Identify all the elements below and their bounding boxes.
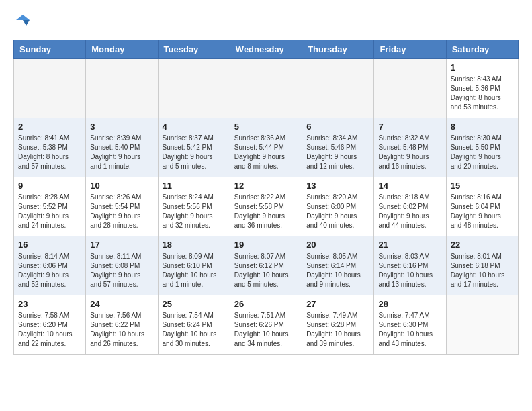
day-number: 17 [90, 240, 153, 250]
day-info: Sunrise: 8:14 AM Sunset: 6:06 PM Dayligh… [18, 252, 81, 289]
day-number: 13 [306, 181, 369, 191]
day-info: Sunrise: 8:36 AM Sunset: 5:44 PM Dayligh… [234, 134, 298, 171]
logo-icon [15, 13, 31, 30]
day-cell-8: 8Sunrise: 8:30 AM Sunset: 5:50 PM Daylig… [446, 118, 518, 177]
day-number: 10 [90, 181, 153, 191]
week-row-5: 23Sunrise: 7:58 AM Sunset: 6:20 PM Dayli… [14, 295, 519, 355]
day-info: Sunrise: 8:34 AM Sunset: 5:46 PM Dayligh… [306, 134, 369, 171]
day-number: 21 [378, 240, 441, 250]
day-cell-11: 11Sunrise: 8:24 AM Sunset: 5:56 PM Dayli… [158, 177, 230, 236]
logo-text [13, 13, 31, 33]
day-number: 6 [306, 122, 369, 132]
logo [13, 13, 31, 33]
day-info: Sunrise: 7:54 AM Sunset: 6:24 PM Dayligh… [163, 311, 226, 349]
day-number: 3 [90, 122, 153, 132]
day-cell-16: 16Sunrise: 8:14 AM Sunset: 6:06 PM Dayli… [14, 236, 86, 295]
day-info: Sunrise: 8:01 AM Sunset: 6:18 PM Dayligh… [451, 252, 514, 289]
day-info: Sunrise: 8:18 AM Sunset: 6:02 PM Dayligh… [378, 193, 441, 230]
empty-cell [14, 59, 86, 118]
day-info: Sunrise: 8:20 AM Sunset: 6:00 PM Dayligh… [306, 193, 369, 230]
day-info: Sunrise: 7:51 AM Sunset: 6:26 PM Dayligh… [234, 311, 298, 349]
day-number: 11 [163, 181, 226, 191]
day-info: Sunrise: 7:49 AM Sunset: 6:28 PM Dayligh… [306, 311, 369, 349]
day-cell-12: 12Sunrise: 8:22 AM Sunset: 5:58 PM Dayli… [230, 177, 302, 236]
day-number: 23 [18, 299, 81, 309]
day-cell-2: 2Sunrise: 8:41 AM Sunset: 5:38 PM Daylig… [14, 118, 86, 177]
day-info: Sunrise: 7:58 AM Sunset: 6:20 PM Dayligh… [18, 311, 81, 349]
day-number: 12 [234, 181, 298, 191]
day-info: Sunrise: 8:26 AM Sunset: 5:54 PM Dayligh… [90, 193, 153, 230]
week-row-1: 1Sunrise: 8:43 AM Sunset: 5:36 PM Daylig… [14, 59, 519, 118]
day-header-wednesday: Wednesday [230, 40, 302, 59]
day-info: Sunrise: 8:39 AM Sunset: 5:40 PM Dayligh… [90, 134, 153, 171]
day-info: Sunrise: 8:32 AM Sunset: 5:48 PM Dayligh… [378, 134, 441, 171]
day-cell-28: 28Sunrise: 7:47 AM Sunset: 6:30 PM Dayli… [374, 295, 446, 355]
day-number: 16 [18, 240, 81, 250]
day-number: 15 [451, 181, 514, 191]
day-cell-13: 13Sunrise: 8:20 AM Sunset: 6:00 PM Dayli… [302, 177, 374, 236]
calendar-table: SundayMondayTuesdayWednesdayThursdayFrid… [13, 40, 519, 355]
day-info: Sunrise: 7:56 AM Sunset: 6:22 PM Dayligh… [90, 311, 153, 349]
day-header-thursday: Thursday [302, 40, 374, 59]
day-number: 25 [163, 299, 226, 309]
day-cell-4: 4Sunrise: 8:37 AM Sunset: 5:42 PM Daylig… [158, 118, 230, 177]
empty-cell [446, 295, 518, 355]
page-header [13, 13, 519, 33]
day-cell-1: 1Sunrise: 8:43 AM Sunset: 5:36 PM Daylig… [446, 59, 518, 118]
day-cell-26: 26Sunrise: 7:51 AM Sunset: 6:26 PM Dayli… [230, 295, 302, 355]
day-info: Sunrise: 7:47 AM Sunset: 6:30 PM Dayligh… [378, 311, 441, 349]
day-info: Sunrise: 8:05 AM Sunset: 6:14 PM Dayligh… [306, 252, 369, 289]
day-cell-10: 10Sunrise: 8:26 AM Sunset: 5:54 PM Dayli… [86, 177, 158, 236]
day-cell-27: 27Sunrise: 7:49 AM Sunset: 6:28 PM Dayli… [302, 295, 374, 355]
day-info: Sunrise: 8:28 AM Sunset: 5:52 PM Dayligh… [18, 193, 81, 230]
day-header-monday: Monday [86, 40, 158, 59]
day-info: Sunrise: 8:43 AM Sunset: 5:36 PM Dayligh… [451, 75, 514, 112]
day-info: Sunrise: 8:11 AM Sunset: 6:08 PM Dayligh… [90, 252, 153, 289]
week-row-3: 9Sunrise: 8:28 AM Sunset: 5:52 PM Daylig… [14, 177, 519, 236]
day-header-friday: Friday [374, 40, 446, 59]
day-number: 24 [90, 299, 153, 309]
day-cell-20: 20Sunrise: 8:05 AM Sunset: 6:14 PM Dayli… [302, 236, 374, 295]
empty-cell [158, 59, 230, 118]
day-cell-3: 3Sunrise: 8:39 AM Sunset: 5:40 PM Daylig… [86, 118, 158, 177]
day-number: 28 [378, 299, 441, 309]
day-number: 19 [234, 240, 298, 250]
day-info: Sunrise: 8:37 AM Sunset: 5:42 PM Dayligh… [163, 134, 226, 171]
day-number: 20 [306, 240, 369, 250]
day-cell-24: 24Sunrise: 7:56 AM Sunset: 6:22 PM Dayli… [86, 295, 158, 355]
day-cell-23: 23Sunrise: 7:58 AM Sunset: 6:20 PM Dayli… [14, 295, 86, 355]
day-info: Sunrise: 8:07 AM Sunset: 6:12 PM Dayligh… [234, 252, 298, 289]
day-cell-22: 22Sunrise: 8:01 AM Sunset: 6:18 PM Dayli… [446, 236, 518, 295]
empty-cell [302, 59, 374, 118]
day-cell-19: 19Sunrise: 8:07 AM Sunset: 6:12 PM Dayli… [230, 236, 302, 295]
day-number: 2 [18, 122, 81, 132]
day-cell-14: 14Sunrise: 8:18 AM Sunset: 6:02 PM Dayli… [374, 177, 446, 236]
day-number: 27 [306, 299, 369, 309]
day-cell-5: 5Sunrise: 8:36 AM Sunset: 5:44 PM Daylig… [230, 118, 302, 177]
day-number: 9 [18, 181, 81, 191]
day-cell-15: 15Sunrise: 8:16 AM Sunset: 6:04 PM Dayli… [446, 177, 518, 236]
day-info: Sunrise: 8:16 AM Sunset: 6:04 PM Dayligh… [451, 193, 514, 230]
day-cell-17: 17Sunrise: 8:11 AM Sunset: 6:08 PM Dayli… [86, 236, 158, 295]
day-cell-21: 21Sunrise: 8:03 AM Sunset: 6:16 PM Dayli… [374, 236, 446, 295]
week-row-4: 16Sunrise: 8:14 AM Sunset: 6:06 PM Dayli… [14, 236, 519, 295]
empty-cell [230, 59, 302, 118]
day-info: Sunrise: 8:09 AM Sunset: 6:10 PM Dayligh… [163, 252, 226, 289]
day-number: 22 [451, 240, 514, 250]
day-info: Sunrise: 8:24 AM Sunset: 5:56 PM Dayligh… [163, 193, 226, 230]
svg-marker-1 [23, 20, 30, 26]
day-info: Sunrise: 8:41 AM Sunset: 5:38 PM Dayligh… [18, 134, 81, 171]
day-cell-9: 9Sunrise: 8:28 AM Sunset: 5:52 PM Daylig… [14, 177, 86, 236]
day-info: Sunrise: 8:30 AM Sunset: 5:50 PM Dayligh… [451, 134, 514, 171]
day-number: 1 [451, 62, 514, 73]
day-info: Sunrise: 8:22 AM Sunset: 5:58 PM Dayligh… [234, 193, 298, 230]
day-number: 7 [378, 122, 441, 132]
day-number: 26 [234, 299, 298, 309]
day-header-tuesday: Tuesday [158, 40, 230, 59]
day-number: 8 [451, 122, 514, 132]
svg-marker-0 [16, 15, 30, 20]
day-number: 5 [234, 122, 298, 132]
calendar-header-row: SundayMondayTuesdayWednesdayThursdayFrid… [14, 40, 519, 59]
day-cell-7: 7Sunrise: 8:32 AM Sunset: 5:48 PM Daylig… [374, 118, 446, 177]
empty-cell [374, 59, 446, 118]
